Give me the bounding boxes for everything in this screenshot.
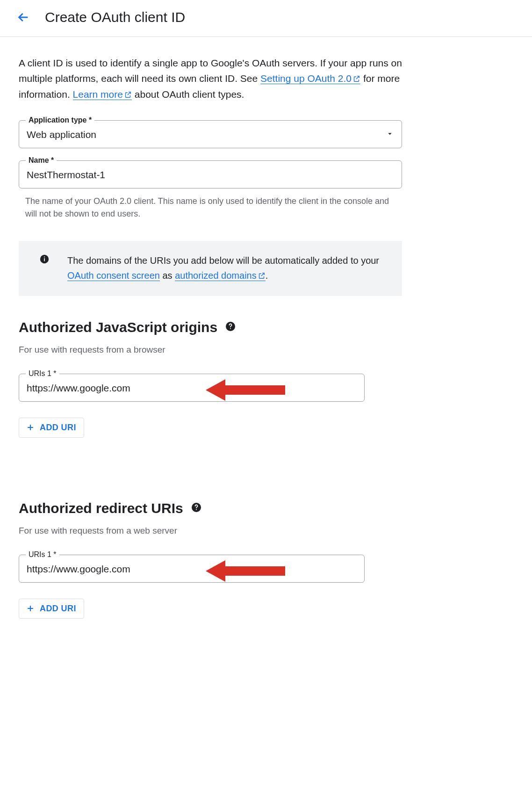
page-title: Create OAuth client ID [45, 9, 185, 25]
name-input[interactable] [27, 169, 394, 181]
banner-text-mid: as [162, 270, 175, 281]
add-redirect-uri-button[interactable]: ADD URI [19, 599, 84, 619]
js-origins-title: Authorized JavaScript origins [19, 319, 217, 335]
setting-up-oauth-link[interactable]: Setting up OAuth 2.0 [260, 73, 360, 84]
external-link-icon [352, 72, 360, 87]
svg-point-7 [196, 509, 197, 510]
chevron-down-icon [386, 130, 394, 140]
help-icon[interactable] [191, 502, 202, 515]
application-type-value: Web application [27, 129, 96, 140]
redirect-subtitle: For use with requests from a web server [19, 526, 402, 536]
name-label: Name * [26, 156, 57, 165]
help-icon[interactable] [225, 321, 236, 334]
redirect-uri-label: URIs 1 * [26, 550, 59, 559]
redirect-uri-input[interactable] [27, 564, 357, 575]
add-js-uri-button[interactable]: ADD URI [19, 418, 84, 438]
svg-rect-1 [44, 258, 45, 261]
authorized-domains-link[interactable]: authorized domains [175, 270, 266, 281]
application-type-select[interactable]: Application type * Web application [19, 120, 402, 148]
name-helper: The name of your OAuth 2.0 client. This … [19, 195, 402, 220]
info-banner: The domains of the URIs you add below wi… [19, 241, 402, 296]
svg-point-4 [230, 328, 231, 329]
js-uri-label: URIs 1 * [26, 369, 59, 378]
back-button[interactable] [16, 10, 31, 25]
js-origins-subtitle: For use with requests from a browser [19, 345, 402, 355]
external-link-icon [124, 88, 132, 103]
intro-paragraph: A client ID is used to identify a single… [19, 56, 402, 103]
add-js-uri-label: ADD URI [40, 423, 76, 433]
redirect-title: Authorized redirect URIs [19, 500, 183, 516]
external-link-icon [258, 269, 266, 284]
info-icon [32, 253, 50, 266]
learn-more-link[interactable]: Learn more [73, 89, 132, 100]
add-redirect-uri-label: ADD URI [40, 604, 76, 614]
application-type-label: Application type * [26, 116, 94, 124]
svg-rect-2 [44, 256, 45, 257]
intro-text-after: about OAuth client types. [135, 89, 244, 100]
banner-text-after: . [266, 270, 268, 281]
js-uri-input[interactable] [27, 383, 357, 394]
oauth-consent-link[interactable]: OAuth consent screen [67, 270, 160, 281]
banner-text-before: The domains of the URIs you add below wi… [67, 255, 379, 266]
